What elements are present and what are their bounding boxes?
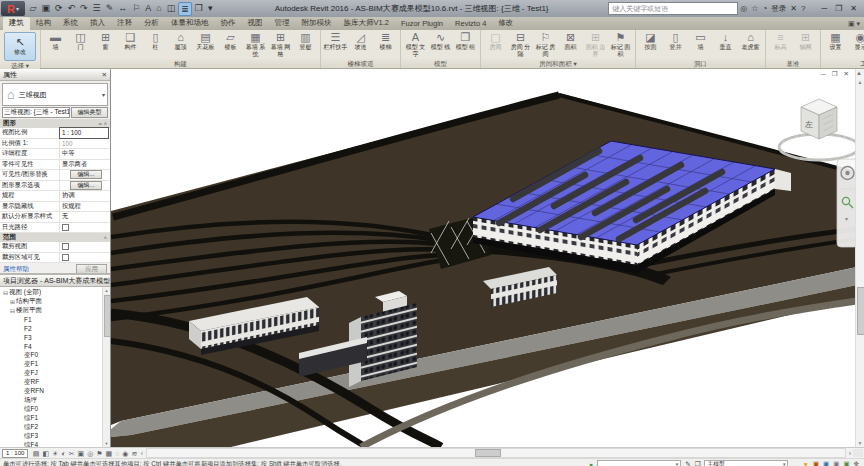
edit-type-button[interactable]: 编辑类型: [71, 107, 108, 118]
tab-fuzor-plugin[interactable]: Fuzor Plugin: [395, 18, 449, 30]
aligned-dimension-icon[interactable]: ↔: [116, 1, 130, 16]
tab-revizto[interactable]: Revizto 4: [449, 18, 492, 30]
worksets-icon[interactable]: ●: [587, 461, 595, 466]
crop-view-checkbox[interactable]: [62, 243, 69, 250]
tab-addins[interactable]: 附加模块: [296, 17, 338, 30]
by-face-button[interactable]: ◪按面: [638, 31, 663, 51]
3d-viewport[interactable]: 左 ▾: [111, 69, 857, 447]
tree-item-zong-f1[interactable]: 综F1: [0, 414, 110, 423]
navigation-bar[interactable]: ▾: [837, 159, 857, 247]
undo-icon[interactable]: ↶: [65, 1, 78, 16]
tree-item-changping[interactable]: 场坪: [0, 396, 110, 405]
scrollbar-thumb[interactable]: [475, 449, 501, 457]
filter-icon[interactable]: ▼: [800, 461, 810, 466]
section-icon[interactable]: ◫: [164, 1, 178, 16]
vg-edit-button[interactable]: 编辑...: [70, 170, 101, 179]
select-pinned-icon[interactable]: ▣: [831, 460, 841, 466]
show-crop-icon[interactable]: ▣: [76, 449, 86, 458]
tree-node-structural-plans[interactable]: ⊞结构平面: [0, 297, 110, 306]
area-button[interactable]: ⊠面积: [558, 31, 583, 51]
tab-family-library[interactable]: 族库大师V1.2: [338, 17, 395, 30]
print-icon[interactable]: ☰: [90, 1, 103, 16]
tree-item-bian-rf[interactable]: 变RF: [0, 378, 110, 387]
window-button[interactable]: ⊞窗: [93, 31, 118, 51]
show-work-plane-button[interactable]: ◉显示: [848, 31, 864, 51]
tree-item-zong-f3[interactable]: 综F3: [0, 432, 110, 441]
scroll-left-icon[interactable]: ‹: [139, 450, 145, 457]
properties-header[interactable]: 属性 ✕: [0, 69, 110, 81]
scroll-up-icon[interactable]: ▲: [856, 70, 862, 76]
section-collapse-icon[interactable]: ≈ ˄: [99, 121, 107, 127]
search-icon[interactable]: ◎: [738, 4, 749, 13]
save-icon[interactable]: ▣: [39, 1, 53, 16]
scroll-down-icon[interactable]: ▼: [103, 441, 110, 446]
view-restore-icon[interactable]: ❐: [829, 70, 841, 78]
model-group-button[interactable]: ❒模型 组: [453, 31, 478, 51]
navbar-more-icon[interactable]: ▾: [845, 216, 848, 222]
crop-view-icon[interactable]: ✂: [67, 449, 76, 458]
vertical-opening-button[interactable]: ↓垂直: [713, 31, 738, 51]
ceiling-button[interactable]: ▤天花板: [193, 31, 218, 51]
tab-manage[interactable]: 管理: [269, 17, 296, 30]
tab-collaborate[interactable]: 协作: [215, 17, 242, 30]
graphic-display-edit-button[interactable]: 编辑...: [70, 181, 101, 190]
project-browser-header[interactable]: 项目浏览器 - AS-BIM大赛成果模型1... ✕: [0, 275, 110, 287]
collapse-icon[interactable]: ⊟: [2, 289, 9, 296]
expand-icon[interactable]: ⊞: [9, 298, 16, 305]
maximize-icon[interactable]: ❐: [831, 4, 846, 13]
open-icon[interactable]: ▱: [27, 1, 39, 16]
tree-item-zong-f0[interactable]: 综F0: [0, 405, 110, 414]
close-hidden-windows-icon[interactable]: ❐: [192, 1, 205, 16]
sign-in-button[interactable]: 登录: [769, 4, 788, 14]
project-browser-scrollbar[interactable]: ▲ ▼: [102, 287, 110, 447]
apply-button[interactable]: 应用: [76, 264, 107, 274]
column-button[interactable]: ▯柱: [143, 31, 168, 51]
floor-button[interactable]: ▱楼板: [218, 31, 243, 51]
worksharing-display-icon[interactable]: ▦: [104, 449, 114, 458]
star-icon[interactable]: ☆: [749, 4, 760, 13]
design-options-icon[interactable]: ❐: [693, 460, 703, 466]
wall-button[interactable]: ▬墙: [43, 31, 68, 51]
crop-visible-checkbox[interactable]: [62, 254, 69, 261]
view-filter-select[interactable]: 三维视图: {三维 - Test1}▾: [2, 107, 70, 118]
properties-help-link[interactable]: 属性帮助: [3, 265, 29, 274]
revit-app-menu-button[interactable]: R▾: [1, 1, 25, 16]
curtain-system-button[interactable]: ▦幕墙 系统: [243, 31, 268, 57]
tab-systems[interactable]: 系统: [57, 17, 84, 30]
mullion-button[interactable]: ▥竖梃: [293, 31, 318, 51]
shadows-icon[interactable]: ◐: [60, 449, 67, 458]
close-icon[interactable]: ✕: [846, 4, 861, 13]
properties-close-icon[interactable]: ✕: [102, 71, 107, 79]
parts-visibility-value[interactable]: 显示两者: [59, 160, 110, 170]
active-workset-select[interactable]: ▾: [597, 460, 681, 466]
section-collapse-icon2[interactable]: ˄: [103, 235, 107, 241]
select-links-icon[interactable]: ▣: [811, 460, 821, 466]
editing-requests-icon[interactable]: ✎: [683, 460, 692, 466]
roof-button[interactable]: ⌂屋顶: [168, 31, 193, 51]
analysis-style-value[interactable]: 无: [59, 212, 110, 222]
curtain-grid-button[interactable]: ⊞幕墙 网格: [268, 31, 293, 57]
sync-icon[interactable]: ⟳: [52, 1, 65, 16]
set-work-plane-button[interactable]: ▦设置: [823, 31, 848, 51]
scrollbar-thumb[interactable]: [104, 295, 110, 337]
temporary-properties-icon[interactable]: ◌: [114, 449, 121, 458]
tree-item-bian-f1[interactable]: 变F1: [0, 360, 110, 369]
section-extents[interactable]: 范围˄: [0, 233, 110, 242]
room-separator-button[interactable]: ⊟房间 分隔: [508, 31, 533, 57]
analysis-display-icon[interactable]: ≋: [130, 449, 139, 458]
redo-icon[interactable]: ↷: [78, 1, 91, 16]
detail-level-icon[interactable]: ▤: [31, 449, 41, 458]
canvas-vertical-scrollbar[interactable]: ▲ ▼: [855, 69, 864, 447]
tab-annotate[interactable]: 注释: [111, 17, 138, 30]
discipline-value[interactable]: 协调: [59, 191, 110, 201]
wall-opening-button[interactable]: ▭墙: [688, 31, 713, 51]
tab-massing-site[interactable]: 体量和场地: [165, 17, 215, 30]
tag-area-button[interactable]: ⚑标记 面积: [608, 31, 633, 57]
show-constraints-icon[interactable]: ◉: [121, 449, 130, 458]
drag-on-selection-icon[interactable]: ✥: [852, 460, 861, 466]
stair-button[interactable]: ≣楼梯: [373, 31, 398, 51]
collapse-icon[interactable]: ⊟: [9, 307, 16, 314]
detail-level-value[interactable]: 中等: [59, 149, 110, 159]
sun-path-checkbox[interactable]: [62, 224, 69, 231]
room-button[interactable]: ▢房间: [483, 31, 508, 51]
